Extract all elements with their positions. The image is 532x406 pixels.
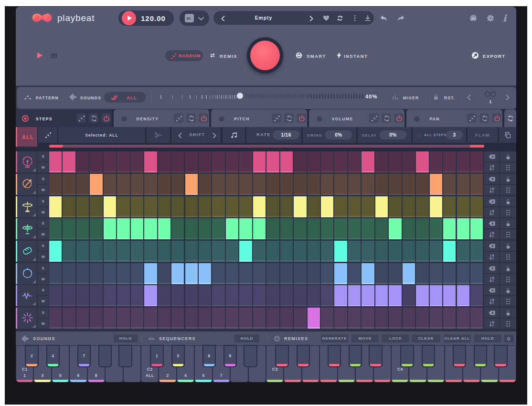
instrument-cell-cymbal[interactable]: [16, 218, 37, 239]
step-cell[interactable]: [416, 196, 428, 217]
step-cell[interactable]: [226, 263, 238, 284]
tab-dice-button[interactable]: [467, 113, 477, 123]
step-cell[interactable]: [185, 218, 198, 239]
step-cell[interactable]: [334, 285, 347, 306]
black-key-Gs4[interactable]: [475, 346, 487, 366]
step-cell[interactable]: [308, 151, 320, 172]
step-cell[interactable]: [403, 285, 415, 306]
step-cell[interactable]: [334, 263, 347, 284]
info-icon[interactable]: i: [503, 13, 509, 23]
solo-button[interactable]: S: [38, 174, 49, 184]
step-cell[interactable]: [212, 308, 224, 329]
tab-dice-button[interactable]: [272, 113, 281, 123]
black-key-Cs3[interactable]: [276, 346, 288, 366]
step-cell[interactable]: [212, 263, 224, 284]
solo-button[interactable]: S: [38, 241, 49, 251]
step-cell[interactable]: [389, 263, 401, 284]
step-cell[interactable]: [348, 285, 361, 306]
tab-dice-button[interactable]: [369, 113, 379, 123]
step-cell[interactable]: [117, 263, 129, 284]
mute-button[interactable]: M: [38, 162, 49, 172]
mute-button[interactable]: M: [38, 274, 49, 284]
tab-dice-button[interactable]: [76, 113, 86, 123]
instrument-cell-tambourine[interactable]: [16, 263, 37, 284]
undo-icon[interactable]: [380, 14, 391, 23]
step-cell[interactable]: [308, 174, 320, 195]
step-cell[interactable]: [171, 308, 184, 329]
step-cell[interactable]: [443, 263, 456, 284]
step-cell[interactable]: [470, 285, 483, 306]
preset-name[interactable]: Empty: [233, 15, 295, 21]
black-key-Gs2[interactable]: 8: [224, 346, 236, 366]
step-cell[interactable]: [266, 196, 279, 217]
step-cell[interactable]: [321, 196, 333, 217]
step-cell[interactable]: [199, 263, 211, 284]
step-cell[interactable]: [199, 174, 211, 195]
tempo-value[interactable]: 120.00: [141, 14, 166, 22]
tab-refresh-button[interactable]: [89, 113, 98, 123]
step-cell[interactable]: [375, 263, 388, 284]
step-cell[interactable]: [470, 174, 483, 195]
step-cell[interactable]: [49, 196, 62, 217]
step-cell[interactable]: [294, 285, 306, 306]
row-flip-button[interactable]: [484, 252, 499, 262]
sequencers-footer-label[interactable]: SEQUENCERS: [159, 336, 196, 341]
step-cell[interactable]: [239, 151, 252, 172]
step-cell[interactable]: [76, 196, 89, 217]
step-cell[interactable]: [443, 241, 456, 262]
step-cell[interactable]: [416, 241, 428, 262]
main-trigger-knob[interactable]: [247, 37, 283, 74]
step-cell[interactable]: [131, 263, 143, 284]
solo-button[interactable]: S: [38, 151, 49, 161]
step-cell[interactable]: [280, 151, 293, 172]
step-cell[interactable]: [416, 151, 428, 172]
step-cell[interactable]: [104, 263, 116, 284]
step-cell[interactable]: [416, 263, 428, 284]
step-cell[interactable]: [362, 196, 374, 217]
step-cell[interactable]: [212, 241, 224, 262]
remix-move-button[interactable]: MOVE: [351, 334, 379, 342]
step-cell[interactable]: [457, 285, 469, 306]
step-cell[interactable]: [76, 285, 89, 306]
tab-refresh-button[interactable]: [382, 113, 391, 123]
black-key-Fs4[interactable]: [454, 346, 466, 366]
step-cell[interactable]: [266, 151, 279, 172]
step-cell[interactable]: [321, 263, 333, 284]
mixer-label[interactable]: MIXER: [403, 96, 419, 100]
step-cell[interactable]: [457, 174, 469, 195]
row-clear-button[interactable]: [484, 241, 499, 251]
solo-button[interactable]: S: [38, 218, 49, 228]
step-cell[interactable]: [76, 241, 89, 262]
row-pattern-button[interactable]: [500, 274, 517, 284]
step-cell[interactable]: [334, 218, 347, 239]
step-cell[interactable]: [158, 241, 170, 262]
export-label[interactable]: EXPORT: [483, 53, 505, 59]
copy-button[interactable]: [499, 127, 516, 143]
smart-label[interactable]: SMART: [307, 53, 326, 59]
step-cell[interactable]: [131, 174, 143, 195]
step-cell[interactable]: [171, 174, 184, 195]
piano-mode-icon[interactable]: [50, 52, 58, 60]
step-cell[interactable]: [308, 308, 320, 329]
step-cell[interactable]: [457, 263, 469, 284]
step-cell[interactable]: [253, 151, 266, 172]
step-cell[interactable]: [253, 218, 266, 239]
transport-play-icon[interactable]: [36, 52, 44, 60]
step-cell[interactable]: [308, 218, 320, 239]
step-cell[interactable]: [239, 218, 252, 239]
step-cell[interactable]: [117, 151, 129, 172]
step-cell[interactable]: [212, 218, 224, 239]
tab-pan[interactable]: PAN: [406, 109, 502, 127]
step-cell[interactable]: [321, 285, 333, 306]
tab-volume[interactable]: VOLUME: [309, 109, 405, 127]
step-cell[interactable]: [158, 308, 170, 329]
step-cell[interactable]: [321, 218, 333, 239]
step-cell[interactable]: [90, 285, 102, 306]
step-cell[interactable]: [49, 174, 62, 195]
step-cell[interactable]: [308, 196, 320, 217]
step-cell[interactable]: [226, 308, 238, 329]
row-flip-button[interactable]: [484, 185, 499, 195]
step-cell[interactable]: [416, 308, 428, 329]
step-cell[interactable]: [63, 174, 75, 195]
step-cell[interactable]: [457, 218, 469, 239]
